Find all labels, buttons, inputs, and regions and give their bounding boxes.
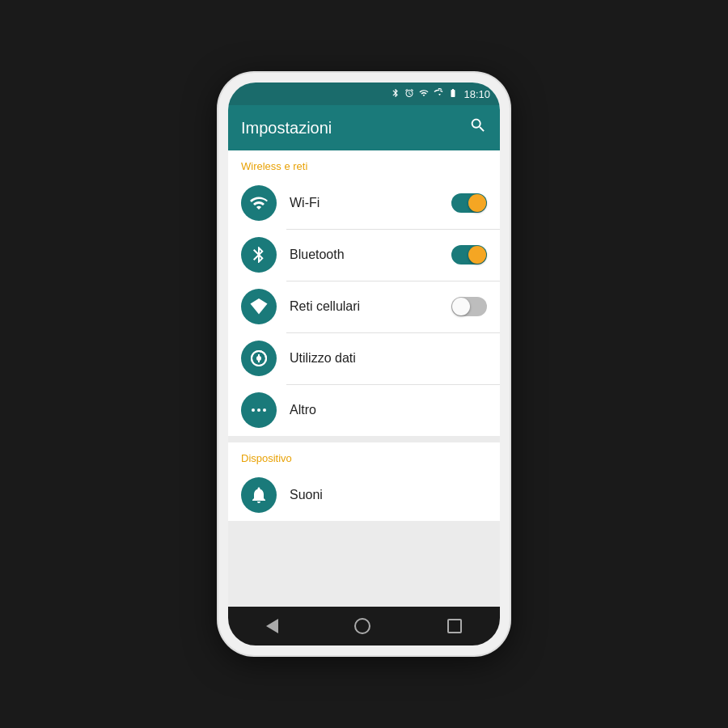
settings-item-altro[interactable]: Altro [228,384,500,436]
recents-icon [447,619,462,633]
section-dispositivo: Dispositivo Suoni [228,442,500,521]
wifi-icon-container [241,185,277,221]
nav-bar [228,607,500,645]
bluetooth-label: Bluetooth [290,248,451,262]
status-time: 18:10 [463,88,490,100]
altro-label: Altro [290,403,487,417]
wifi-label: Wi-Fi [290,196,451,210]
more-icon [249,400,269,420]
app-bar: Impostazioni [228,105,500,150]
alarm-status-icon [404,87,414,101]
app-bar-title: Impostazioni [241,119,332,138]
phone-screen: 18:10 Impostazioni Wireless e reti Wi-Fi [228,83,500,645]
nav-back-button[interactable] [250,612,294,640]
settings-item-sounds[interactable]: Suoni [228,469,500,521]
cellular-icon-container [241,289,277,324]
wifi-toggle-knob [468,194,486,212]
cellular-toggle[interactable] [451,297,487,316]
bluetooth-status-icon [391,87,400,101]
bluetooth-icon [249,245,269,265]
section-wireless-header: Wireless e reti [228,150,500,177]
signal-status-icon [434,87,443,100]
status-icons [391,87,459,101]
nav-home-button[interactable] [338,612,387,641]
sounds-icon-container [241,477,277,513]
settings-content: Wireless e reti Wi-Fi Blueto [228,150,500,607]
bluetooth-toggle-knob [468,246,486,264]
wifi-toggle[interactable] [451,193,487,213]
sounds-label: Suoni [290,488,487,502]
cellular-toggle-knob [452,298,470,315]
settings-item-wifi[interactable]: Wi-Fi [228,177,500,229]
datausage-icon [249,349,269,368]
section-wireless: Wireless e reti Wi-Fi Blueto [228,150,500,436]
altro-icon-container [241,392,277,428]
wifi-status-icon [418,88,430,100]
svg-point-3 [257,408,260,412]
svg-point-4 [263,408,266,412]
datausage-icon-container [241,341,277,376]
bluetooth-icon-container [241,237,277,273]
phone-device: 18:10 Impostazioni Wireless e reti Wi-Fi [218,73,510,655]
settings-item-datausage[interactable]: Utilizzo dati [228,332,500,384]
section-dispositivo-header: Dispositivo [228,442,500,469]
wifi-icon [249,193,269,213]
status-bar: 18:10 [228,83,500,105]
back-icon [266,619,278,633]
svg-point-1 [256,356,261,361]
settings-item-cellular[interactable]: Reti cellulari [228,281,500,332]
battery-status-icon [447,88,459,100]
cellular-icon [249,297,269,316]
svg-point-2 [252,408,255,412]
datausage-label: Utilizzo dati [290,351,487,366]
settings-item-bluetooth[interactable]: Bluetooth [228,229,500,281]
bell-icon [249,485,269,505]
search-button[interactable] [469,116,487,139]
home-icon [354,618,370,634]
bluetooth-toggle[interactable] [451,245,487,265]
nav-recents-button[interactable] [431,612,478,640]
cellular-label: Reti cellulari [290,299,451,314]
